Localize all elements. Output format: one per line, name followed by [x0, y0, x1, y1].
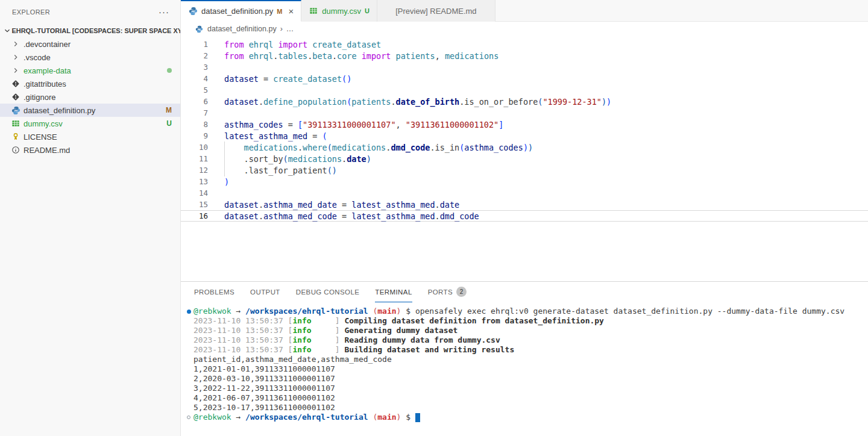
sidebar-item-devcontainer[interactable]: .devcontainer [0, 37, 180, 51]
csv-icon [11, 119, 20, 128]
code-line[interactable]: 11 .sort_by(medications.date) [181, 153, 868, 164]
line-number: 15 [181, 200, 208, 209]
line-number: 12 [181, 166, 208, 175]
sidebar-item-dummy-csv[interactable]: dummy.csvU [0, 117, 180, 130]
code-line[interactable]: 4dataset = create_dataset() [181, 73, 868, 84]
panel-tab-label: OUTPUT [250, 288, 280, 296]
terminal-line: 3,2022-11-22,39113311000001107 [187, 384, 868, 393]
git-status-badge: M [166, 106, 172, 114]
terminal-line: 2023-11-10 13:50:37 [info ] Reading dumm… [187, 335, 868, 345]
sidebar-item-example-data[interactable]: example-data [0, 64, 180, 77]
terminal-line: @rebkwok → /workspaces/ehrql-tutorial (m… [187, 413, 868, 422]
git-status-badge [167, 68, 172, 73]
panel-tab-debug-console[interactable]: DEBUG CONSOLE [296, 282, 360, 302]
sidebar-item-gitattributes[interactable]: .gitattributes [0, 77, 180, 90]
panel-tab-ports[interactable]: PORTS2 [428, 282, 467, 302]
license-icon [11, 132, 20, 142]
line-number: 10 [181, 143, 208, 152]
sidebar-item-dataset-definition-py[interactable]: dataset_definition.pyM [0, 104, 180, 117]
code-line-text: .last_for_patient() [224, 166, 337, 175]
file-tree: .devcontainer.vscodeexample-data.gitattr… [0, 37, 180, 436]
code-line[interactable]: 12 .last_for_patient() [181, 164, 868, 176]
sidebar-item-license[interactable]: LICENSE [0, 130, 180, 143]
vscode-window: EXPLORER ··· EHRQL-TUTORIAL [CODESPACES:… [0, 0, 868, 436]
line-number: 1 [181, 40, 208, 49]
code-line[interactable]: 1from ehrql import create_dataset [181, 39, 868, 50]
code-line[interactable]: 13) [181, 176, 868, 187]
sidebar-item-gitignore[interactable]: .gitignore [0, 90, 180, 104]
code-line[interactable]: 16dataset.asthma_med_code = latest_asthm… [181, 210, 868, 222]
tab-dummy-csv[interactable]: dummy.csvU [301, 0, 377, 22]
chevron-down-icon [2, 26, 11, 36]
file-name: .devcontainer [24, 40, 71, 49]
code-line[interactable]: 8asthma_codes = ["39113311000001107", "3… [181, 119, 868, 130]
explorer-sidebar: EXPLORER ··· EHRQL-TUTORIAL [CODESPACES:… [0, 0, 181, 436]
code-editor[interactable]: 1from ehrql import create_dataset2from e… [181, 36, 868, 281]
file-name: .vscode [24, 53, 51, 62]
workspace-title: EHRQL-TUTORIAL [CODESPACES: SUPER SPACE … [11, 27, 180, 34]
folder-icon [11, 66, 20, 75]
close-icon[interactable]: × [288, 6, 294, 16]
code-line-text: dataset = create_dataset() [224, 74, 351, 84]
code-line-text: dataset.define_population(patients.date_… [224, 97, 611, 107]
terminal-line: 2023-11-10 13:50:37 [info ] Generating d… [187, 326, 868, 335]
git-status-badge: U [166, 119, 172, 128]
line-number: 6 [181, 97, 208, 106]
panel-tab-label: PORTS [428, 288, 453, 296]
more-actions-icon[interactable]: ··· [159, 9, 169, 15]
code-line[interactable]: 9latest_asthma_med = ( [181, 130, 868, 142]
code-line[interactable]: 7 [181, 107, 868, 119]
indent-guide [224, 153, 225, 165]
code-line-text: from ehrql import create_dataset [224, 40, 381, 49]
tab-label: [Preview] README.md [395, 7, 476, 16]
ports-count-badge: 2 [456, 287, 467, 297]
tab-dataset-definition-py[interactable]: dataset_definition.pyM× [181, 0, 301, 22]
panel-tab-label: TERMINAL [375, 288, 412, 296]
editor-area: dataset_definition.pyM×dummy.csvU[Previe… [181, 0, 868, 436]
command-decoration-icon[interactable] [187, 416, 193, 419]
panel-tab-output[interactable]: OUTPUT [250, 282, 280, 302]
code-line[interactable]: 2from ehrql.tables.beta.core import pati… [181, 50, 868, 61]
panel-tab-terminal[interactable]: TERMINAL [375, 282, 412, 302]
file-name: README.md [24, 146, 70, 155]
line-number: 3 [181, 63, 208, 72]
line-number: 8 [181, 120, 208, 129]
python-icon [11, 105, 20, 115]
line-number: 4 [181, 74, 208, 83]
line-number: 16 [181, 211, 208, 220]
git-icon [11, 92, 20, 102]
code-line-text: .sort_by(medications.date) [224, 154, 371, 164]
breadcrumb-symbol[interactable]: … [286, 25, 294, 33]
code-line-text: from ehrql.tables.beta.core import patie… [224, 51, 498, 61]
code-line[interactable]: 3 [181, 61, 868, 73]
code-line[interactable]: 14 [181, 187, 868, 199]
explorer-header: EXPLORER ··· [0, 0, 180, 24]
code-line[interactable]: 6dataset.define_population(patients.date… [181, 96, 868, 107]
git-status-badge: U [365, 7, 370, 14]
breadcrumb: dataset_definition.py › … [181, 22, 868, 36]
line-number: 14 [181, 188, 208, 198]
breadcrumb-file[interactable]: dataset_definition.py [207, 25, 277, 33]
file-name: dummy.csv [24, 119, 63, 128]
sidebar-item-vscode[interactable]: .vscode [0, 51, 180, 64]
tab-preview-readme-md[interactable]: [Preview] README.md [377, 0, 495, 22]
git-icon [11, 79, 20, 89]
code-line-text: dataset.asthma_med_date = latest_asthma_… [224, 200, 459, 210]
terminal-line: 2,2020-03-10,39113311000001107 [187, 374, 868, 384]
code-line-text: latest_asthma_med = ( [224, 131, 327, 141]
tab-label: dummy.csv [322, 7, 361, 16]
workspace-section-header[interactable]: EHRQL-TUTORIAL [CODESPACES: SUPER SPACE … [0, 24, 180, 37]
code-line[interactable]: 15dataset.asthma_med_date = latest_asthm… [181, 199, 868, 210]
editor-tab-bar: dataset_definition.pyM×dummy.csvU[Previe… [181, 0, 868, 22]
terminal-line: 5,2023-10-17,39113611000001102 [187, 403, 868, 413]
terminal[interactable]: @rebkwok → /workspaces/ehrql-tutorial (m… [181, 302, 868, 436]
command-decoration-icon[interactable] [187, 310, 193, 314]
folder-icon [11, 39, 20, 49]
sidebar-item-readme-md[interactable]: README.md [0, 143, 180, 157]
code-line[interactable]: 10 medications.where(medications.dmd_cod… [181, 142, 868, 153]
file-name: example-data [24, 66, 71, 75]
file-name: .gitignore [24, 93, 55, 102]
code-line[interactable]: 5 [181, 84, 868, 96]
panel-tab-problems[interactable]: PROBLEMS [194, 282, 234, 302]
breadcrumb-separator: › [280, 25, 283, 33]
